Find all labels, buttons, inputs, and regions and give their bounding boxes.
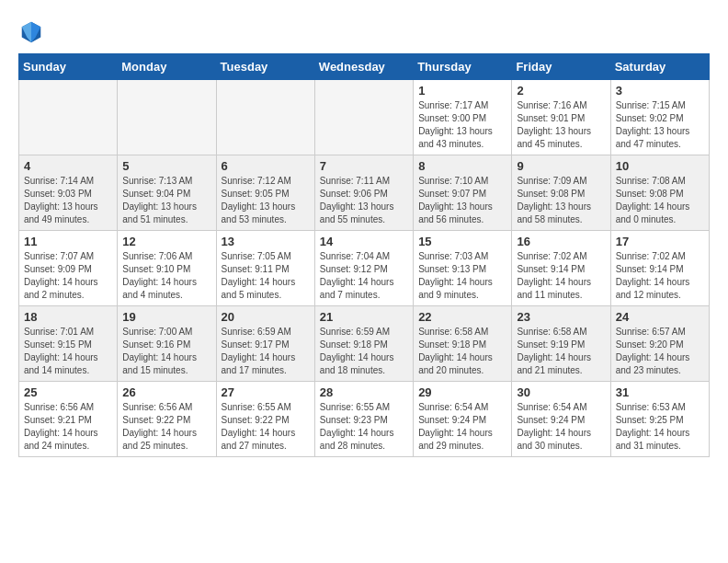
day-number: 18	[24, 310, 112, 324]
day-cell	[216, 80, 314, 155]
day-info: Sunrise: 6:54 AM Sunset: 9:24 PM Dayligh…	[418, 401, 506, 453]
day-info: Sunrise: 7:02 AM Sunset: 9:14 PM Dayligh…	[616, 250, 704, 302]
day-cell: 13Sunrise: 7:05 AM Sunset: 9:11 PM Dayli…	[216, 231, 314, 306]
day-number: 13	[222, 235, 310, 248]
day-info: Sunrise: 7:06 AM Sunset: 9:10 PM Dayligh…	[122, 250, 210, 302]
day-cell: 7Sunrise: 7:11 AM Sunset: 9:06 PM Daylig…	[314, 155, 413, 231]
day-number: 31	[616, 385, 704, 399]
day-cell: 19Sunrise: 7:00 AM Sunset: 9:16 PM Dayli…	[118, 306, 216, 382]
day-info: Sunrise: 6:55 AM Sunset: 9:23 PM Dayligh…	[320, 401, 408, 453]
day-info: Sunrise: 6:58 AM Sunset: 9:19 PM Dayligh…	[517, 326, 605, 377]
week-row-1: 1Sunrise: 7:17 AM Sunset: 9:00 PM Daylig…	[19, 80, 710, 155]
day-cell: 8Sunrise: 7:10 AM Sunset: 9:07 PM Daylig…	[414, 155, 512, 231]
day-number: 15	[418, 235, 506, 248]
day-info: Sunrise: 7:13 AM Sunset: 9:04 PM Dayligh…	[122, 175, 210, 226]
day-cell: 16Sunrise: 7:02 AM Sunset: 9:14 PM Dayli…	[512, 231, 610, 306]
day-cell	[118, 80, 216, 155]
day-info: Sunrise: 7:12 AM Sunset: 9:05 PM Dayligh…	[222, 175, 310, 226]
day-cell: 14Sunrise: 7:04 AM Sunset: 9:12 PM Dayli…	[314, 231, 413, 306]
day-info: Sunrise: 6:59 AM Sunset: 9:17 PM Dayligh…	[222, 326, 310, 377]
day-cell: 23Sunrise: 6:58 AM Sunset: 9:19 PM Dayli…	[512, 306, 610, 382]
day-info: Sunrise: 7:14 AM Sunset: 9:03 PM Dayligh…	[24, 175, 112, 226]
day-cell: 1Sunrise: 7:17 AM Sunset: 9:00 PM Daylig…	[414, 80, 512, 155]
day-cell: 4Sunrise: 7:14 AM Sunset: 9:03 PM Daylig…	[19, 155, 118, 231]
day-cell: 30Sunrise: 6:54 AM Sunset: 9:24 PM Dayli…	[512, 382, 610, 457]
column-header-thursday: Thursday	[414, 54, 512, 80]
day-cell: 11Sunrise: 7:07 AM Sunset: 9:09 PM Dayli…	[19, 231, 118, 306]
day-cell: 25Sunrise: 6:56 AM Sunset: 9:21 PM Dayli…	[19, 382, 118, 457]
day-number: 6	[222, 159, 310, 173]
day-number: 22	[418, 310, 506, 324]
day-cell: 26Sunrise: 6:56 AM Sunset: 9:22 PM Dayli…	[118, 382, 216, 457]
page-header	[18, 18, 710, 44]
day-cell: 27Sunrise: 6:55 AM Sunset: 9:22 PM Dayli…	[216, 382, 314, 457]
day-number: 20	[222, 310, 310, 324]
day-info: Sunrise: 6:57 AM Sunset: 9:20 PM Dayligh…	[616, 326, 704, 377]
day-cell: 22Sunrise: 6:58 AM Sunset: 9:18 PM Dayli…	[414, 306, 512, 382]
day-info: Sunrise: 6:56 AM Sunset: 9:21 PM Dayligh…	[24, 401, 112, 453]
day-info: Sunrise: 7:08 AM Sunset: 9:08 PM Dayligh…	[616, 175, 704, 226]
day-number: 23	[517, 310, 605, 324]
day-info: Sunrise: 6:58 AM Sunset: 9:18 PM Dayligh…	[418, 326, 506, 377]
day-cell: 28Sunrise: 6:55 AM Sunset: 9:23 PM Dayli…	[314, 382, 413, 457]
day-cell: 31Sunrise: 6:53 AM Sunset: 9:25 PM Dayli…	[610, 382, 709, 457]
day-info: Sunrise: 6:56 AM Sunset: 9:22 PM Dayligh…	[122, 401, 210, 453]
day-number: 11	[24, 235, 112, 248]
day-number: 16	[517, 235, 605, 248]
day-number: 27	[222, 385, 310, 399]
day-cell: 15Sunrise: 7:03 AM Sunset: 9:13 PM Dayli…	[414, 231, 512, 306]
day-number: 29	[418, 385, 506, 399]
day-number: 28	[320, 385, 408, 399]
week-row-4: 18Sunrise: 7:01 AM Sunset: 9:15 PM Dayli…	[19, 306, 710, 382]
day-number: 19	[122, 310, 210, 324]
day-number: 21	[320, 310, 408, 324]
day-info: Sunrise: 7:05 AM Sunset: 9:11 PM Dayligh…	[222, 250, 310, 302]
day-number: 1	[418, 84, 506, 98]
column-header-monday: Monday	[118, 54, 216, 80]
day-cell: 20Sunrise: 6:59 AM Sunset: 9:17 PM Dayli…	[216, 306, 314, 382]
day-info: Sunrise: 7:09 AM Sunset: 9:08 PM Dayligh…	[517, 175, 605, 226]
day-number: 24	[616, 310, 704, 324]
day-info: Sunrise: 7:04 AM Sunset: 9:12 PM Dayligh…	[320, 250, 408, 302]
day-number: 26	[122, 385, 210, 399]
day-info: Sunrise: 7:03 AM Sunset: 9:13 PM Dayligh…	[418, 250, 506, 302]
logo-icon	[18, 18, 44, 44]
day-number: 2	[517, 84, 605, 98]
day-number: 4	[24, 159, 112, 173]
column-header-wednesday: Wednesday	[314, 54, 413, 80]
column-header-friday: Friday	[512, 54, 610, 80]
day-cell: 24Sunrise: 6:57 AM Sunset: 9:20 PM Dayli…	[610, 306, 709, 382]
day-info: Sunrise: 7:17 AM Sunset: 9:00 PM Dayligh…	[418, 99, 506, 151]
week-row-3: 11Sunrise: 7:07 AM Sunset: 9:09 PM Dayli…	[19, 231, 710, 306]
day-number: 30	[517, 385, 605, 399]
calendar-table: SundayMondayTuesdayWednesdayThursdayFrid…	[18, 53, 710, 457]
day-number: 12	[122, 235, 210, 248]
day-cell: 9Sunrise: 7:09 AM Sunset: 9:08 PM Daylig…	[512, 155, 610, 231]
day-cell: 10Sunrise: 7:08 AM Sunset: 9:08 PM Dayli…	[610, 155, 709, 231]
day-number: 3	[616, 84, 704, 98]
logo	[18, 18, 48, 44]
day-cell: 6Sunrise: 7:12 AM Sunset: 9:05 PM Daylig…	[216, 155, 314, 231]
day-cell: 5Sunrise: 7:13 AM Sunset: 9:04 PM Daylig…	[118, 155, 216, 231]
day-info: Sunrise: 7:02 AM Sunset: 9:14 PM Dayligh…	[517, 250, 605, 302]
day-cell: 18Sunrise: 7:01 AM Sunset: 9:15 PM Dayli…	[19, 306, 118, 382]
day-number: 7	[320, 159, 408, 173]
day-info: Sunrise: 6:53 AM Sunset: 9:25 PM Dayligh…	[616, 401, 704, 453]
day-number: 10	[616, 159, 704, 173]
day-info: Sunrise: 7:11 AM Sunset: 9:06 PM Dayligh…	[320, 175, 408, 226]
day-cell	[314, 80, 413, 155]
day-info: Sunrise: 6:54 AM Sunset: 9:24 PM Dayligh…	[517, 401, 605, 453]
day-cell: 2Sunrise: 7:16 AM Sunset: 9:01 PM Daylig…	[512, 80, 610, 155]
week-row-5: 25Sunrise: 6:56 AM Sunset: 9:21 PM Dayli…	[19, 382, 710, 457]
day-number: 5	[122, 159, 210, 173]
day-cell: 21Sunrise: 6:59 AM Sunset: 9:18 PM Dayli…	[314, 306, 413, 382]
day-cell: 3Sunrise: 7:15 AM Sunset: 9:02 PM Daylig…	[610, 80, 709, 155]
column-header-saturday: Saturday	[610, 54, 709, 80]
day-number: 9	[517, 159, 605, 173]
day-info: Sunrise: 7:01 AM Sunset: 9:15 PM Dayligh…	[24, 326, 112, 377]
header-row: SundayMondayTuesdayWednesdayThursdayFrid…	[19, 54, 710, 80]
day-number: 8	[418, 159, 506, 173]
day-number: 14	[320, 235, 408, 248]
day-info: Sunrise: 6:59 AM Sunset: 9:18 PM Dayligh…	[320, 326, 408, 377]
day-number: 17	[616, 235, 704, 248]
